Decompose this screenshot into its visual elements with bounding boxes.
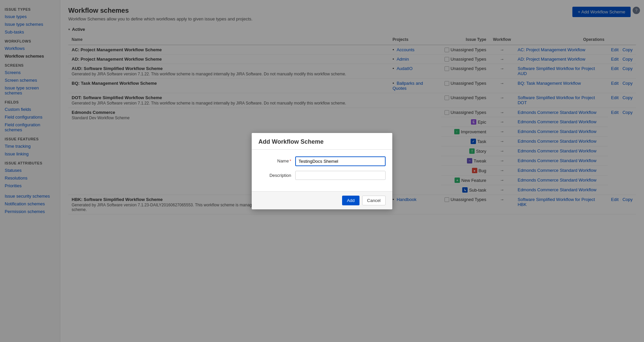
modal-body: Name* Description bbox=[252, 150, 392, 191]
modal-title: Add Workflow Scheme bbox=[258, 138, 386, 145]
modal-footer: Add Cancel bbox=[252, 191, 392, 209]
description-form-row: Description bbox=[258, 171, 386, 180]
description-input[interactable] bbox=[295, 171, 386, 180]
description-label: Description bbox=[258, 171, 295, 178]
name-label: Name* bbox=[258, 156, 295, 163]
name-form-row: Name* bbox=[258, 156, 386, 166]
modal-header: Add Workflow Scheme bbox=[252, 133, 392, 150]
add-button[interactable]: Add bbox=[342, 196, 359, 205]
add-workflow-scheme-modal: Add Workflow Scheme Name* Description Ad… bbox=[252, 133, 392, 209]
modal-overlay[interactable]: Add Workflow Scheme Name* Description Ad… bbox=[0, 0, 644, 342]
cancel-button[interactable]: Cancel bbox=[362, 196, 386, 205]
name-input[interactable] bbox=[295, 156, 386, 166]
